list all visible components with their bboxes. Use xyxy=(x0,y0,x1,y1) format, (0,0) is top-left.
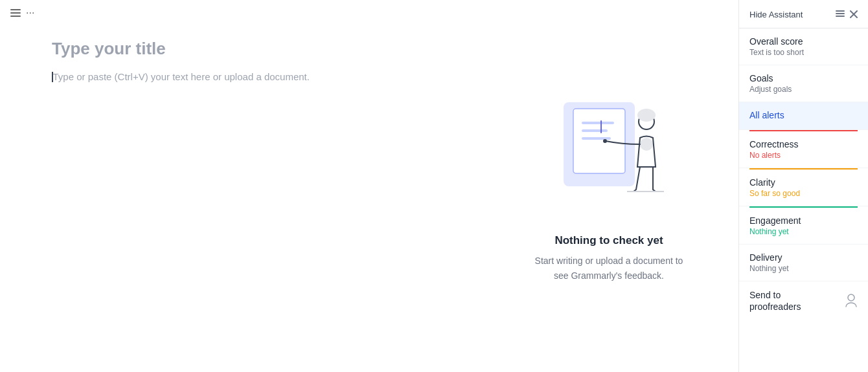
empty-state-title: Nothing to check yet xyxy=(554,234,663,247)
svg-rect-5 xyxy=(582,137,611,140)
correctness-sublabel: No alerts xyxy=(749,151,858,160)
delivery-sublabel: Nothing yet xyxy=(749,264,858,273)
clarity-sublabel: So far so good xyxy=(749,189,858,198)
sidebar-header-icons xyxy=(836,9,858,20)
svg-rect-4 xyxy=(582,129,608,132)
overall-score-sublabel: Text is too short xyxy=(749,48,858,57)
sidebar-header: Hide Assistant xyxy=(739,0,868,28)
editor-body-placeholder[interactable]: Type or paste (Ctrl+V) your text here or… xyxy=(52,69,428,85)
correctness-label: Correctness xyxy=(749,139,858,149)
sidebar-lines-icon[interactable] xyxy=(836,9,845,20)
sidebar-item-delivery[interactable]: Delivery Nothing yet xyxy=(739,245,868,281)
svg-rect-2 xyxy=(573,109,625,173)
hide-assistant-label: Hide Assistant xyxy=(749,10,803,19)
more-options-icon[interactable]: ··· xyxy=(26,7,34,19)
empty-state-description: Start writing or upload a document to se… xyxy=(531,254,687,283)
sidebar-item-all-alerts[interactable]: All alerts xyxy=(739,102,868,130)
engagement-label: Engagement xyxy=(749,215,858,226)
svg-rect-3 xyxy=(582,122,614,124)
clarity-label: Clarity xyxy=(749,177,858,188)
sidebar-item-engagement[interactable]: Engagement Nothing yet xyxy=(739,208,868,245)
svg-rect-12 xyxy=(836,10,845,12)
top-bar: ··· xyxy=(0,0,39,26)
all-alerts-label: All alerts xyxy=(749,110,858,120)
illustration-area: Nothing to check yet Start writing or up… xyxy=(479,0,738,372)
editor-title-placeholder[interactable]: Type your title xyxy=(52,39,428,59)
delivery-label: Delivery xyxy=(749,252,858,263)
svg-point-10 xyxy=(603,139,607,143)
sidebar-item-goals[interactable]: Goals Adjust goals xyxy=(739,65,868,102)
goals-label: Goals xyxy=(749,73,858,83)
sidebar-item-clarity[interactable]: Clarity So far so good xyxy=(739,170,868,206)
sidebar-item-overall-score[interactable]: Overall score Text is too short xyxy=(739,28,868,65)
svg-point-7 xyxy=(640,138,653,151)
sidebar-item-send-proofreaders[interactable]: Send toproofreaders xyxy=(739,281,868,320)
svg-point-9 xyxy=(637,109,656,122)
svg-rect-14 xyxy=(836,16,845,17)
svg-rect-6 xyxy=(600,120,602,133)
empty-state-illustration xyxy=(551,89,667,219)
proofreader-person-icon xyxy=(845,294,858,308)
sidebar: Hide Assistant Overall score Text is to xyxy=(738,0,868,372)
overall-score-label: Overall score xyxy=(749,36,858,47)
goals-sublabel: Adjust goals xyxy=(749,85,858,94)
svg-rect-13 xyxy=(836,13,845,14)
sidebar-item-correctness[interactable]: Correctness No alerts xyxy=(739,131,868,168)
engagement-sublabel: Nothing yet xyxy=(749,227,858,236)
editor-area: Type your title Type or paste (Ctrl+V) y… xyxy=(0,0,479,372)
svg-point-17 xyxy=(848,294,854,301)
send-proofreaders-label: Send toproofreaders xyxy=(749,289,801,312)
hamburger-icon[interactable] xyxy=(10,9,21,17)
sidebar-close-icon[interactable] xyxy=(850,10,858,20)
